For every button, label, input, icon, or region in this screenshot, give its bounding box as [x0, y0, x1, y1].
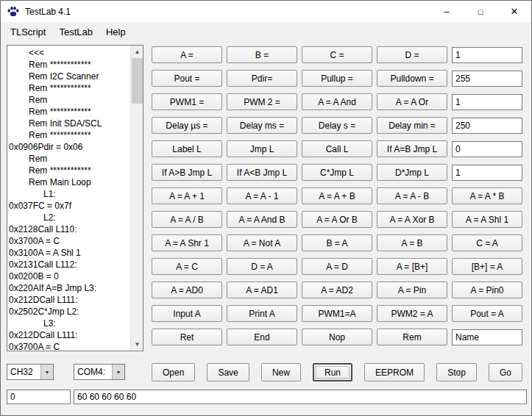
output-field[interactable] — [74, 390, 527, 404]
cmd-button-a-a-or-b[interactable]: A = A Or B — [302, 211, 372, 228]
port-combobox[interactable]: COM4: ▼ — [74, 364, 125, 380]
listing-line[interactable]: Rem ************ — [9, 59, 130, 71]
cmd-button-jmp-l[interactable]: Jmp L — [227, 140, 297, 157]
menu-tlscript[interactable]: TLScript — [4, 24, 52, 40]
cmd-button-pwm1-a[interactable]: PWM1=A — [302, 305, 372, 322]
cmd-button-a-a-shr-1[interactable]: A = A Shr 1 — [152, 234, 222, 251]
listing-line[interactable]: Rem ************ — [9, 82, 130, 94]
cmd-button-a-pin[interactable]: A = Pin — [377, 281, 447, 298]
cmd-button-pullup[interactable]: Pullup = — [302, 70, 372, 87]
cmd-button-a-a-1[interactable]: A = A - 1 — [227, 187, 297, 204]
listing-line[interactable]: <<< — [9, 47, 130, 59]
listing-line[interactable]: 0x212DCall L111: — [9, 294, 130, 306]
cmd-button-a-a-b[interactable]: A = A + B — [302, 187, 372, 204]
listing-line[interactable]: 0x037FC = 0x7f — [9, 200, 130, 212]
cmd-button-c-a[interactable]: C = A — [452, 234, 522, 251]
close-button[interactable]: ✕ — [497, 1, 531, 22]
listing-line[interactable]: 0x2128Call L110: — [9, 223, 130, 235]
cmd-button-if-a-b-jmp-l[interactable]: If A>B Jmp L — [152, 164, 222, 181]
cmd-button-a-a-b[interactable]: A = A / B — [152, 211, 222, 228]
listing-line[interactable]: 0x3100A = A Shl 1 — [9, 247, 130, 259]
listing-line[interactable]: Rem Init SDA/SCL — [9, 118, 130, 129]
minimize-button[interactable]: – — [430, 1, 464, 22]
cmd-button-nop[interactable]: Nop — [302, 329, 372, 345]
menu-help[interactable]: Help — [99, 24, 132, 40]
cmd-button-a-ad0[interactable]: A = AD0 — [152, 281, 222, 298]
listing-line[interactable]: Rem Main Loop — [9, 176, 130, 188]
device-combobox[interactable]: CH32 ▼ — [7, 364, 54, 380]
toolbar-button-open[interactable]: Open — [152, 363, 195, 381]
toolbar-button-new[interactable]: New — [261, 363, 301, 381]
param-input[interactable] — [452, 118, 522, 134]
cmd-button-label-l[interactable]: Label L — [152, 140, 222, 157]
cmd-button-b-a[interactable]: B = A — [302, 234, 372, 251]
listing-line[interactable]: Rem — [9, 94, 130, 106]
listing-line[interactable]: Rem I2C Scanner — [9, 71, 130, 82]
cmd-button-end[interactable]: End — [227, 329, 297, 345]
cmd-button-a-a-b[interactable]: A = A - B — [377, 187, 447, 204]
cmd-button-d-jmp-l[interactable]: D*Jmp L — [377, 164, 447, 181]
param-input[interactable] — [452, 329, 522, 345]
cmd-button-pulldown[interactable]: Pulldown = — [377, 70, 447, 87]
cmd-button-a-not-a[interactable]: A = Not A — [227, 234, 297, 251]
listing-line[interactable]: L1: — [9, 188, 130, 200]
toolbar-button-go[interactable]: Go — [489, 363, 522, 381]
cmd-button-input-a[interactable]: Input A — [152, 305, 222, 322]
cmd-button-a-a-1[interactable]: A = A + 1 — [152, 187, 222, 204]
cmd-button-a-c[interactable]: A = C — [152, 258, 222, 275]
listing-line[interactable]: 0x212DCall L111: — [9, 329, 130, 341]
cmd-button-a-b[interactable]: A = [B+] — [377, 258, 447, 275]
listing-line[interactable]: L3: — [9, 318, 130, 329]
cmd-button-a-a-or[interactable]: A = A Or — [377, 93, 447, 110]
cmd-button-delay-s[interactable]: Delay µs = — [152, 117, 222, 134]
listing-line[interactable]: 0x220AIf A=B Jmp L3: — [9, 282, 130, 294]
cmd-button-call-l[interactable]: Call L — [302, 140, 372, 157]
toolbar-button-save[interactable]: Save — [207, 363, 249, 381]
param-input[interactable] — [452, 47, 522, 63]
cmd-button-d-a[interactable]: D = A — [227, 258, 297, 275]
cmd-button-a-d[interactable]: A = D — [302, 258, 372, 275]
listing-line[interactable]: 0x0200B = 0 — [9, 270, 130, 282]
toolbar-button-stop[interactable]: Stop — [436, 363, 477, 381]
cmd-button-pwm2-a[interactable]: PWM2 = A — [377, 305, 447, 322]
cmd-button-a-a-shl-1[interactable]: A = A Shl 1 — [452, 211, 522, 228]
scroll-up-button[interactable]: ▲ — [131, 46, 143, 58]
listing-line[interactable]: Rem ************ — [9, 129, 130, 141]
cmd-button-c[interactable]: C = — [302, 46, 372, 63]
listing-line[interactable]: Rem ************ — [9, 106, 130, 118]
counter-input[interactable] — [7, 390, 71, 404]
cmd-button-pdir[interactable]: Pdir= — [227, 70, 297, 87]
maximize-button[interactable]: □ — [464, 1, 497, 22]
param-input[interactable] — [452, 94, 522, 110]
cmd-button-rem[interactable]: Rem — [377, 329, 447, 345]
scrollbar-thumb[interactable] — [132, 58, 143, 104]
cmd-button-delay-ms[interactable]: Delay ms = — [227, 117, 297, 134]
cmd-button-print-a[interactable]: Print A — [227, 305, 297, 322]
cmd-button-a-a-and-b[interactable]: A = A And B — [227, 211, 297, 228]
scroll-down-button[interactable]: ▼ — [131, 338, 143, 351]
cmd-button-a-ad1[interactable]: A = AD1 — [227, 281, 297, 298]
cmd-button-if-a-b-jmp-l[interactable]: If A=B Jmp L — [377, 140, 447, 157]
cmd-button-pout-a[interactable]: Pout = A — [452, 305, 522, 322]
param-input[interactable] — [452, 165, 522, 181]
cmd-button-ret[interactable]: Ret — [152, 329, 222, 345]
param-input[interactable] — [452, 141, 522, 157]
listing-line[interactable]: 0x3700A = C — [9, 235, 130, 247]
listing-line[interactable]: Rem — [9, 153, 130, 165]
cmd-button-pwm-2[interactable]: PWM 2 = — [227, 93, 297, 110]
cmd-button-a-b[interactable]: A = B — [377, 234, 447, 251]
cmd-button-b[interactable]: B = — [227, 46, 297, 63]
cmd-button-a-a-b[interactable]: A = A * B — [452, 187, 522, 204]
cmd-button-delay-min[interactable]: Delay min = — [377, 117, 447, 134]
toolbar-button-eeprom[interactable]: EEPROM — [364, 363, 425, 381]
cmd-button-pout[interactable]: Pout = — [152, 70, 222, 87]
cmd-button-pwm1[interactable]: PWM1 = — [152, 93, 222, 110]
listing-line[interactable]: 0x0906Pdir = 0x06 — [9, 141, 130, 153]
cmd-button-c-jmp-l[interactable]: C*Jmp L — [302, 164, 372, 181]
cmd-button-b-a[interactable]: [B+] = A — [452, 258, 522, 275]
cmd-button-a-pin0[interactable]: A = Pin0 — [452, 281, 522, 298]
cmd-button-a[interactable]: A = — [152, 46, 222, 63]
cmd-button-if-a-b-jmp-l[interactable]: If A<B Jmp L — [227, 164, 297, 181]
listing-line[interactable]: L2: — [9, 212, 130, 223]
listing-line[interactable]: 0x3700A = C — [9, 341, 130, 350]
